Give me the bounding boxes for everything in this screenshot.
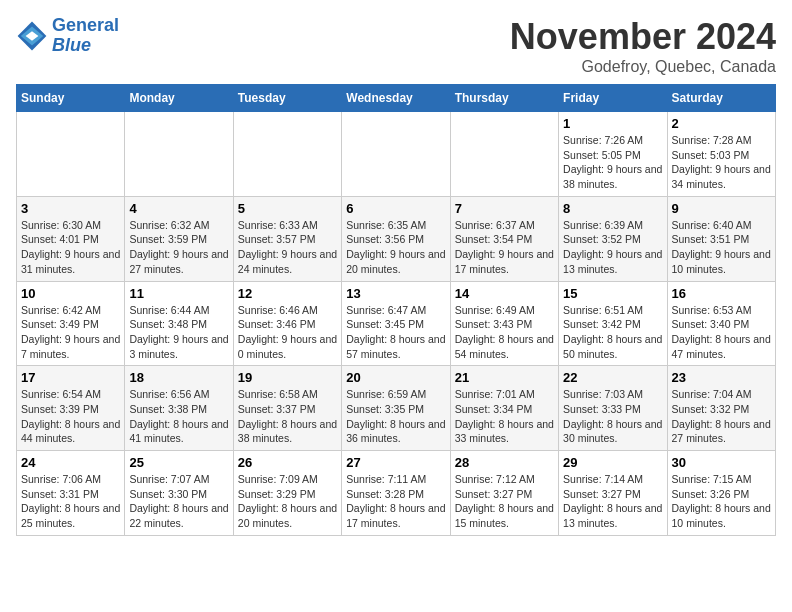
day-info: Sunrise: 6:56 AM Sunset: 3:38 PM Dayligh…	[129, 387, 228, 446]
day-info: Sunrise: 7:01 AM Sunset: 3:34 PM Dayligh…	[455, 387, 554, 446]
day-info: Sunrise: 6:47 AM Sunset: 3:45 PM Dayligh…	[346, 303, 445, 362]
day-info: Sunrise: 6:39 AM Sunset: 3:52 PM Dayligh…	[563, 218, 662, 277]
day-cell: 17Sunrise: 6:54 AM Sunset: 3:39 PM Dayli…	[17, 366, 125, 451]
logo-line2: Blue	[52, 35, 91, 55]
day-number: 2	[672, 116, 771, 131]
day-cell: 21Sunrise: 7:01 AM Sunset: 3:34 PM Dayli…	[450, 366, 558, 451]
day-cell: 5Sunrise: 6:33 AM Sunset: 3:57 PM Daylig…	[233, 196, 341, 281]
day-info: Sunrise: 7:04 AM Sunset: 3:32 PM Dayligh…	[672, 387, 771, 446]
day-number: 9	[672, 201, 771, 216]
day-cell: 2Sunrise: 7:28 AM Sunset: 5:03 PM Daylig…	[667, 112, 775, 197]
day-cell: 23Sunrise: 7:04 AM Sunset: 3:32 PM Dayli…	[667, 366, 775, 451]
day-cell: 30Sunrise: 7:15 AM Sunset: 3:26 PM Dayli…	[667, 451, 775, 536]
day-number: 8	[563, 201, 662, 216]
calendar-header: Sunday Monday Tuesday Wednesday Thursday…	[17, 85, 776, 112]
day-cell: 3Sunrise: 6:30 AM Sunset: 4:01 PM Daylig…	[17, 196, 125, 281]
day-cell	[342, 112, 450, 197]
day-number: 4	[129, 201, 228, 216]
day-number: 6	[346, 201, 445, 216]
day-info: Sunrise: 6:35 AM Sunset: 3:56 PM Dayligh…	[346, 218, 445, 277]
day-info: Sunrise: 6:32 AM Sunset: 3:59 PM Dayligh…	[129, 218, 228, 277]
day-info: Sunrise: 7:28 AM Sunset: 5:03 PM Dayligh…	[672, 133, 771, 192]
day-number: 1	[563, 116, 662, 131]
day-number: 10	[21, 286, 120, 301]
day-number: 24	[21, 455, 120, 470]
day-number: 5	[238, 201, 337, 216]
day-cell: 11Sunrise: 6:44 AM Sunset: 3:48 PM Dayli…	[125, 281, 233, 366]
day-info: Sunrise: 6:54 AM Sunset: 3:39 PM Dayligh…	[21, 387, 120, 446]
day-cell: 6Sunrise: 6:35 AM Sunset: 3:56 PM Daylig…	[342, 196, 450, 281]
day-info: Sunrise: 7:26 AM Sunset: 5:05 PM Dayligh…	[563, 133, 662, 192]
day-number: 21	[455, 370, 554, 385]
col-monday: Monday	[125, 85, 233, 112]
day-info: Sunrise: 6:44 AM Sunset: 3:48 PM Dayligh…	[129, 303, 228, 362]
day-info: Sunrise: 6:46 AM Sunset: 3:46 PM Dayligh…	[238, 303, 337, 362]
day-cell: 26Sunrise: 7:09 AM Sunset: 3:29 PM Dayli…	[233, 451, 341, 536]
col-thursday: Thursday	[450, 85, 558, 112]
day-number: 26	[238, 455, 337, 470]
calendar-table: Sunday Monday Tuesday Wednesday Thursday…	[16, 84, 776, 536]
day-cell: 1Sunrise: 7:26 AM Sunset: 5:05 PM Daylig…	[559, 112, 667, 197]
col-saturday: Saturday	[667, 85, 775, 112]
day-info: Sunrise: 6:42 AM Sunset: 3:49 PM Dayligh…	[21, 303, 120, 362]
header-row: Sunday Monday Tuesday Wednesday Thursday…	[17, 85, 776, 112]
day-cell	[233, 112, 341, 197]
day-cell: 7Sunrise: 6:37 AM Sunset: 3:54 PM Daylig…	[450, 196, 558, 281]
day-cell: 12Sunrise: 6:46 AM Sunset: 3:46 PM Dayli…	[233, 281, 341, 366]
day-info: Sunrise: 7:11 AM Sunset: 3:28 PM Dayligh…	[346, 472, 445, 531]
logo-icon	[16, 20, 48, 52]
day-info: Sunrise: 6:49 AM Sunset: 3:43 PM Dayligh…	[455, 303, 554, 362]
day-number: 20	[346, 370, 445, 385]
month-title: November 2024	[510, 16, 776, 58]
day-number: 12	[238, 286, 337, 301]
day-number: 27	[346, 455, 445, 470]
day-number: 19	[238, 370, 337, 385]
logo-text: General Blue	[52, 16, 119, 56]
day-number: 13	[346, 286, 445, 301]
day-cell: 29Sunrise: 7:14 AM Sunset: 3:27 PM Dayli…	[559, 451, 667, 536]
week-row-2: 10Sunrise: 6:42 AM Sunset: 3:49 PM Dayli…	[17, 281, 776, 366]
day-info: Sunrise: 6:58 AM Sunset: 3:37 PM Dayligh…	[238, 387, 337, 446]
logo-line1: General	[52, 15, 119, 35]
day-cell	[450, 112, 558, 197]
day-number: 28	[455, 455, 554, 470]
day-cell: 27Sunrise: 7:11 AM Sunset: 3:28 PM Dayli…	[342, 451, 450, 536]
day-info: Sunrise: 7:14 AM Sunset: 3:27 PM Dayligh…	[563, 472, 662, 531]
day-info: Sunrise: 6:59 AM Sunset: 3:35 PM Dayligh…	[346, 387, 445, 446]
day-number: 23	[672, 370, 771, 385]
day-cell: 14Sunrise: 6:49 AM Sunset: 3:43 PM Dayli…	[450, 281, 558, 366]
day-info: Sunrise: 6:53 AM Sunset: 3:40 PM Dayligh…	[672, 303, 771, 362]
day-cell: 10Sunrise: 6:42 AM Sunset: 3:49 PM Dayli…	[17, 281, 125, 366]
day-cell: 15Sunrise: 6:51 AM Sunset: 3:42 PM Dayli…	[559, 281, 667, 366]
day-info: Sunrise: 6:40 AM Sunset: 3:51 PM Dayligh…	[672, 218, 771, 277]
day-cell: 9Sunrise: 6:40 AM Sunset: 3:51 PM Daylig…	[667, 196, 775, 281]
day-cell: 24Sunrise: 7:06 AM Sunset: 3:31 PM Dayli…	[17, 451, 125, 536]
day-cell: 19Sunrise: 6:58 AM Sunset: 3:37 PM Dayli…	[233, 366, 341, 451]
calendar-body: 1Sunrise: 7:26 AM Sunset: 5:05 PM Daylig…	[17, 112, 776, 536]
day-info: Sunrise: 7:03 AM Sunset: 3:33 PM Dayligh…	[563, 387, 662, 446]
day-number: 11	[129, 286, 228, 301]
week-row-1: 3Sunrise: 6:30 AM Sunset: 4:01 PM Daylig…	[17, 196, 776, 281]
day-number: 22	[563, 370, 662, 385]
day-info: Sunrise: 7:09 AM Sunset: 3:29 PM Dayligh…	[238, 472, 337, 531]
day-number: 18	[129, 370, 228, 385]
day-cell: 4Sunrise: 6:32 AM Sunset: 3:59 PM Daylig…	[125, 196, 233, 281]
day-cell	[125, 112, 233, 197]
title-area: November 2024 Godefroy, Quebec, Canada	[510, 16, 776, 76]
day-number: 25	[129, 455, 228, 470]
day-info: Sunrise: 6:30 AM Sunset: 4:01 PM Dayligh…	[21, 218, 120, 277]
day-cell: 20Sunrise: 6:59 AM Sunset: 3:35 PM Dayli…	[342, 366, 450, 451]
day-number: 7	[455, 201, 554, 216]
day-number: 15	[563, 286, 662, 301]
day-info: Sunrise: 6:51 AM Sunset: 3:42 PM Dayligh…	[563, 303, 662, 362]
day-info: Sunrise: 7:15 AM Sunset: 3:26 PM Dayligh…	[672, 472, 771, 531]
day-number: 14	[455, 286, 554, 301]
day-info: Sunrise: 7:07 AM Sunset: 3:30 PM Dayligh…	[129, 472, 228, 531]
day-number: 17	[21, 370, 120, 385]
logo: General Blue	[16, 16, 119, 56]
day-number: 3	[21, 201, 120, 216]
week-row-0: 1Sunrise: 7:26 AM Sunset: 5:05 PM Daylig…	[17, 112, 776, 197]
day-number: 16	[672, 286, 771, 301]
day-number: 30	[672, 455, 771, 470]
col-sunday: Sunday	[17, 85, 125, 112]
